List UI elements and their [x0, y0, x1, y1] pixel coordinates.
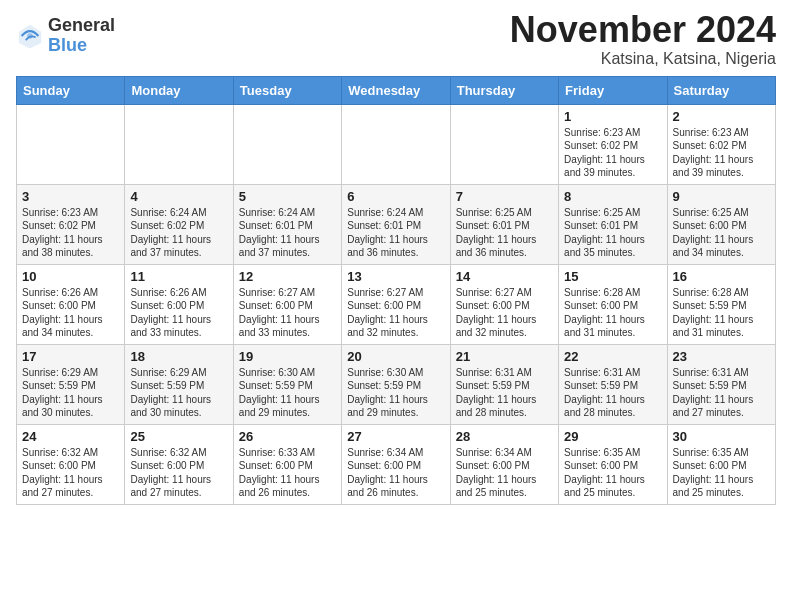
day-number: 11 [130, 269, 227, 284]
logo-blue-text: Blue [48, 35, 87, 55]
day-info: Sunrise: 6:27 AM Sunset: 6:00 PM Dayligh… [456, 286, 553, 340]
day-number: 5 [239, 189, 336, 204]
calendar: SundayMondayTuesdayWednesdayThursdayFrid… [16, 76, 776, 505]
day-cell: 30Sunrise: 6:35 AM Sunset: 6:00 PM Dayli… [667, 424, 775, 504]
day-info: Sunrise: 6:26 AM Sunset: 6:00 PM Dayligh… [130, 286, 227, 340]
day-cell: 8Sunrise: 6:25 AM Sunset: 6:01 PM Daylig… [559, 184, 667, 264]
day-info: Sunrise: 6:23 AM Sunset: 6:02 PM Dayligh… [22, 206, 119, 260]
day-number: 28 [456, 429, 553, 444]
weekday-header-monday: Monday [125, 76, 233, 104]
day-number: 9 [673, 189, 770, 204]
day-cell [450, 104, 558, 184]
logo-icon [16, 22, 44, 50]
page: General Blue November 2024 Katsina, Kats… [0, 0, 792, 521]
day-info: Sunrise: 6:30 AM Sunset: 5:59 PM Dayligh… [239, 366, 336, 420]
day-cell: 22Sunrise: 6:31 AM Sunset: 5:59 PM Dayli… [559, 344, 667, 424]
day-info: Sunrise: 6:34 AM Sunset: 6:00 PM Dayligh… [347, 446, 444, 500]
week-row-2: 3Sunrise: 6:23 AM Sunset: 6:02 PM Daylig… [17, 184, 776, 264]
week-row-5: 24Sunrise: 6:32 AM Sunset: 6:00 PM Dayli… [17, 424, 776, 504]
day-info: Sunrise: 6:29 AM Sunset: 5:59 PM Dayligh… [130, 366, 227, 420]
day-info: Sunrise: 6:33 AM Sunset: 6:00 PM Dayligh… [239, 446, 336, 500]
week-row-4: 17Sunrise: 6:29 AM Sunset: 5:59 PM Dayli… [17, 344, 776, 424]
day-number: 25 [130, 429, 227, 444]
day-number: 14 [456, 269, 553, 284]
day-info: Sunrise: 6:30 AM Sunset: 5:59 PM Dayligh… [347, 366, 444, 420]
day-info: Sunrise: 6:25 AM Sunset: 6:01 PM Dayligh… [564, 206, 661, 260]
day-info: Sunrise: 6:23 AM Sunset: 6:02 PM Dayligh… [673, 126, 770, 180]
day-cell: 12Sunrise: 6:27 AM Sunset: 6:00 PM Dayli… [233, 264, 341, 344]
day-cell: 29Sunrise: 6:35 AM Sunset: 6:00 PM Dayli… [559, 424, 667, 504]
day-number: 3 [22, 189, 119, 204]
day-info: Sunrise: 6:24 AM Sunset: 6:01 PM Dayligh… [239, 206, 336, 260]
day-number: 30 [673, 429, 770, 444]
day-number: 22 [564, 349, 661, 364]
day-info: Sunrise: 6:32 AM Sunset: 6:00 PM Dayligh… [22, 446, 119, 500]
day-number: 2 [673, 109, 770, 124]
day-info: Sunrise: 6:32 AM Sunset: 6:00 PM Dayligh… [130, 446, 227, 500]
day-info: Sunrise: 6:35 AM Sunset: 6:00 PM Dayligh… [564, 446, 661, 500]
day-info: Sunrise: 6:29 AM Sunset: 5:59 PM Dayligh… [22, 366, 119, 420]
day-number: 23 [673, 349, 770, 364]
day-cell: 4Sunrise: 6:24 AM Sunset: 6:02 PM Daylig… [125, 184, 233, 264]
day-cell: 21Sunrise: 6:31 AM Sunset: 5:59 PM Dayli… [450, 344, 558, 424]
header: General Blue November 2024 Katsina, Kats… [16, 10, 776, 68]
day-number: 6 [347, 189, 444, 204]
weekday-header-friday: Friday [559, 76, 667, 104]
day-cell: 11Sunrise: 6:26 AM Sunset: 6:00 PM Dayli… [125, 264, 233, 344]
day-number: 20 [347, 349, 444, 364]
day-info: Sunrise: 6:23 AM Sunset: 6:02 PM Dayligh… [564, 126, 661, 180]
day-cell: 19Sunrise: 6:30 AM Sunset: 5:59 PM Dayli… [233, 344, 341, 424]
day-number: 15 [564, 269, 661, 284]
day-cell: 6Sunrise: 6:24 AM Sunset: 6:01 PM Daylig… [342, 184, 450, 264]
day-number: 29 [564, 429, 661, 444]
day-number: 17 [22, 349, 119, 364]
day-number: 4 [130, 189, 227, 204]
weekday-header-saturday: Saturday [667, 76, 775, 104]
day-number: 13 [347, 269, 444, 284]
day-info: Sunrise: 6:31 AM Sunset: 5:59 PM Dayligh… [564, 366, 661, 420]
day-info: Sunrise: 6:25 AM Sunset: 6:01 PM Dayligh… [456, 206, 553, 260]
day-info: Sunrise: 6:24 AM Sunset: 6:01 PM Dayligh… [347, 206, 444, 260]
day-cell: 18Sunrise: 6:29 AM Sunset: 5:59 PM Dayli… [125, 344, 233, 424]
day-cell: 20Sunrise: 6:30 AM Sunset: 5:59 PM Dayli… [342, 344, 450, 424]
day-cell: 26Sunrise: 6:33 AM Sunset: 6:00 PM Dayli… [233, 424, 341, 504]
day-number: 7 [456, 189, 553, 204]
day-number: 18 [130, 349, 227, 364]
day-info: Sunrise: 6:27 AM Sunset: 6:00 PM Dayligh… [239, 286, 336, 340]
day-cell: 17Sunrise: 6:29 AM Sunset: 5:59 PM Dayli… [17, 344, 125, 424]
weekday-header-wednesday: Wednesday [342, 76, 450, 104]
day-info: Sunrise: 6:25 AM Sunset: 6:00 PM Dayligh… [673, 206, 770, 260]
week-row-3: 10Sunrise: 6:26 AM Sunset: 6:00 PM Dayli… [17, 264, 776, 344]
day-cell: 7Sunrise: 6:25 AM Sunset: 6:01 PM Daylig… [450, 184, 558, 264]
day-cell: 16Sunrise: 6:28 AM Sunset: 5:59 PM Dayli… [667, 264, 775, 344]
day-number: 26 [239, 429, 336, 444]
day-cell: 10Sunrise: 6:26 AM Sunset: 6:00 PM Dayli… [17, 264, 125, 344]
day-info: Sunrise: 6:28 AM Sunset: 5:59 PM Dayligh… [673, 286, 770, 340]
svg-point-1 [27, 33, 33, 39]
day-cell: 3Sunrise: 6:23 AM Sunset: 6:02 PM Daylig… [17, 184, 125, 264]
location-title: Katsina, Katsina, Nigeria [510, 50, 776, 68]
day-info: Sunrise: 6:31 AM Sunset: 5:59 PM Dayligh… [673, 366, 770, 420]
day-cell: 14Sunrise: 6:27 AM Sunset: 6:00 PM Dayli… [450, 264, 558, 344]
day-number: 27 [347, 429, 444, 444]
day-cell: 24Sunrise: 6:32 AM Sunset: 6:00 PM Dayli… [17, 424, 125, 504]
day-number: 19 [239, 349, 336, 364]
day-info: Sunrise: 6:26 AM Sunset: 6:00 PM Dayligh… [22, 286, 119, 340]
day-info: Sunrise: 6:28 AM Sunset: 6:00 PM Dayligh… [564, 286, 661, 340]
day-cell: 1Sunrise: 6:23 AM Sunset: 6:02 PM Daylig… [559, 104, 667, 184]
day-info: Sunrise: 6:34 AM Sunset: 6:00 PM Dayligh… [456, 446, 553, 500]
day-info: Sunrise: 6:35 AM Sunset: 6:00 PM Dayligh… [673, 446, 770, 500]
logo: General Blue [16, 16, 115, 56]
day-number: 1 [564, 109, 661, 124]
day-cell: 2Sunrise: 6:23 AM Sunset: 6:02 PM Daylig… [667, 104, 775, 184]
day-cell: 9Sunrise: 6:25 AM Sunset: 6:00 PM Daylig… [667, 184, 775, 264]
week-row-1: 1Sunrise: 6:23 AM Sunset: 6:02 PM Daylig… [17, 104, 776, 184]
day-cell [233, 104, 341, 184]
day-cell: 15Sunrise: 6:28 AM Sunset: 6:00 PM Dayli… [559, 264, 667, 344]
day-cell: 5Sunrise: 6:24 AM Sunset: 6:01 PM Daylig… [233, 184, 341, 264]
day-cell: 27Sunrise: 6:34 AM Sunset: 6:00 PM Dayli… [342, 424, 450, 504]
day-number: 8 [564, 189, 661, 204]
day-cell: 23Sunrise: 6:31 AM Sunset: 5:59 PM Dayli… [667, 344, 775, 424]
day-number: 21 [456, 349, 553, 364]
day-info: Sunrise: 6:24 AM Sunset: 6:02 PM Dayligh… [130, 206, 227, 260]
